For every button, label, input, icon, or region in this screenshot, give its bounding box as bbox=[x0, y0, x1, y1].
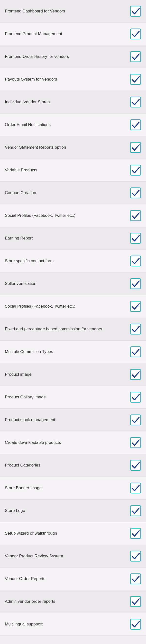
table-row: Variable Products bbox=[0, 159, 146, 182]
checkmark-icon bbox=[130, 414, 141, 426]
checkmark-icon bbox=[130, 618, 141, 630]
feature-label: Multilingual suppport bbox=[5, 621, 130, 627]
table-row: Admin vendor order reports bbox=[0, 590, 146, 613]
table-row: Product Categories bbox=[0, 454, 146, 477]
checkmark-icon bbox=[130, 324, 141, 335]
feature-label: Earning Report bbox=[5, 235, 130, 241]
feature-label: Seller verification bbox=[5, 281, 130, 286]
feature-label: Fixed and percentage based commission fo… bbox=[5, 326, 130, 332]
feature-label: Store Banner image bbox=[5, 485, 130, 491]
checkmark-icon bbox=[130, 392, 141, 403]
feature-label: Product Categories bbox=[5, 462, 130, 468]
feature-label: Product stock management bbox=[5, 417, 130, 423]
table-row: Order Email Notifications bbox=[0, 114, 146, 136]
feature-label: Coupon Creation bbox=[5, 190, 130, 196]
feature-list: Frontend Dashboard for Vendors Frontend … bbox=[0, 0, 146, 636]
feature-label: Vendor Product Review System bbox=[5, 553, 130, 559]
checkmark-icon bbox=[130, 28, 141, 40]
table-row: Create downloadable products bbox=[0, 431, 146, 454]
checkmark-icon bbox=[130, 164, 141, 176]
table-row: Vendor Product Review System bbox=[0, 545, 146, 568]
table-row: Coupon Creation bbox=[0, 182, 146, 204]
table-row: Store Banner image bbox=[0, 477, 146, 500]
table-row: Store specific contact form bbox=[0, 250, 146, 272]
checkmark-icon bbox=[130, 96, 141, 108]
feature-label: Product Gallary image bbox=[5, 394, 130, 400]
feature-label: Social Profiles (Facebook, Twitter etc.) bbox=[5, 304, 130, 309]
checkmark-icon bbox=[130, 369, 141, 380]
feature-label: Store specific contact form bbox=[5, 258, 130, 264]
table-row: Fixed and percentage based commission fo… bbox=[0, 318, 146, 340]
table-row: Earning Report bbox=[0, 227, 146, 250]
checkmark-icon bbox=[130, 74, 141, 85]
checkmark-icon bbox=[130, 6, 141, 17]
checkmark-icon bbox=[130, 505, 141, 516]
feature-label: Order Email Notifications bbox=[5, 122, 130, 128]
checkmark-icon bbox=[130, 142, 141, 153]
feature-label: Variable Products bbox=[5, 167, 130, 173]
checkmark-icon bbox=[130, 210, 141, 221]
checkmark-icon bbox=[130, 187, 141, 198]
feature-label: Create downloadable products bbox=[5, 440, 130, 446]
table-row: Frontend Product Management bbox=[0, 23, 146, 46]
feature-label: Multiple Commision Types bbox=[5, 349, 130, 355]
feature-label: Frontend Order History for vendors bbox=[5, 54, 130, 60]
checkmark-icon bbox=[130, 278, 141, 289]
feature-label: Vendor Order Reports bbox=[5, 576, 130, 582]
checkmark-icon bbox=[130, 596, 141, 607]
checkmark-icon bbox=[130, 482, 141, 494]
checkmark-icon bbox=[130, 255, 141, 266]
checkmark-icon bbox=[130, 550, 141, 562]
table-row: Frontend Order History for vendors bbox=[0, 46, 146, 68]
table-row: Vendor Order Reports bbox=[0, 568, 146, 590]
feature-label: Payouts System for Vendors bbox=[5, 76, 130, 82]
table-row: Setup wizard or walkthrough bbox=[0, 522, 146, 545]
table-row: Store Logo bbox=[0, 500, 146, 522]
feature-label: Admin vendor order reports bbox=[5, 598, 130, 604]
table-row: Vendor Statement Reports option bbox=[0, 136, 146, 159]
checkmark-icon bbox=[130, 346, 141, 358]
feature-label: Product image bbox=[5, 372, 130, 378]
table-row: Frontend Dashboard for Vendors bbox=[0, 0, 146, 23]
feature-label: Setup wizard or walkthrough bbox=[5, 530, 130, 536]
table-row: Payouts System for Vendors bbox=[0, 68, 146, 91]
feature-label: Frontend Product Management bbox=[5, 31, 130, 37]
table-row: Multilingual suppport bbox=[0, 613, 146, 636]
checkmark-icon bbox=[130, 51, 141, 62]
table-row: Social Profiles (Facebook, Twitter etc.) bbox=[0, 204, 146, 227]
table-row: Seller verification bbox=[0, 272, 146, 295]
feature-label: Social Profiles (Facebook, Twitter etc.) bbox=[5, 213, 130, 218]
feature-label: Vendor Statement Reports option bbox=[5, 144, 130, 150]
table-row: Social Profiles (Facebook, Twitter etc.) bbox=[0, 295, 146, 318]
feature-label: Store Logo bbox=[5, 508, 130, 514]
checkmark-icon bbox=[130, 119, 141, 130]
table-row: Individual Vendor Stores bbox=[0, 91, 146, 114]
checkmark-icon bbox=[130, 528, 141, 539]
feature-label: Individual Vendor Stores bbox=[5, 99, 130, 105]
table-row: Product image bbox=[0, 363, 146, 386]
checkmark-icon bbox=[130, 573, 141, 584]
table-row: Product Gallary image bbox=[0, 386, 146, 409]
checkmark-icon bbox=[130, 233, 141, 244]
feature-label: Frontend Dashboard for Vendors bbox=[5, 8, 130, 14]
table-row: Product stock management bbox=[0, 409, 146, 431]
checkmark-icon bbox=[130, 301, 141, 312]
table-row: Multiple Commision Types bbox=[0, 340, 146, 363]
checkmark-icon bbox=[130, 437, 141, 448]
checkmark-icon bbox=[130, 460, 141, 471]
